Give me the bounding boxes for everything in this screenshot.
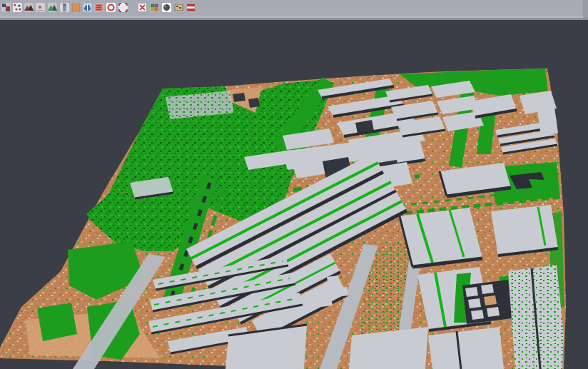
container-3 [320, 297, 333, 307]
ortho-image-icon[interactable] [71, 3, 81, 12]
farm-shed-2 [248, 98, 260, 108]
shed-4 [484, 295, 497, 305]
extent-brackets-icon[interactable] [118, 3, 128, 12]
select-window-icon[interactable] [1, 3, 11, 12]
layer-stack-icon[interactable] [186, 3, 196, 12]
point-cloud-view[interactable] [0, 20, 588, 369]
globe-3d-icon[interactable] [83, 3, 92, 12]
section-bar-icon[interactable] [60, 3, 69, 12]
bldg-i2 [491, 205, 558, 256]
terrain-model-icon[interactable] [48, 3, 57, 12]
toolbar-right-cap [583, 0, 588, 18]
shed-2 [481, 284, 494, 294]
shed-6 [487, 307, 500, 317]
sphere-view-icon[interactable] [162, 3, 171, 12]
farm-shed-1 [233, 93, 245, 102]
pick-point-icon[interactable] [36, 3, 45, 12]
shed-5 [471, 310, 484, 320]
main-toolbar [0, 0, 588, 16]
delete-cross-icon[interactable] [138, 3, 147, 12]
classification-colors-icon[interactable] [150, 3, 159, 12]
bldg-i1 [400, 208, 482, 267]
box-model-icon[interactable] [174, 3, 183, 12]
viewport-3d[interactable] [0, 20, 588, 369]
container-1 [327, 276, 340, 285]
target-ring-icon[interactable] [106, 3, 116, 12]
toolbar-separator [0, 18, 588, 20]
scatter-points-icon[interactable] [13, 3, 22, 12]
application-window [0, 0, 588, 369]
profile-lines-icon[interactable] [94, 3, 103, 12]
tin-surface-icon[interactable] [24, 3, 34, 12]
shed-3 [468, 298, 481, 308]
container-2 [335, 287, 348, 297]
shed-1 [465, 287, 478, 297]
